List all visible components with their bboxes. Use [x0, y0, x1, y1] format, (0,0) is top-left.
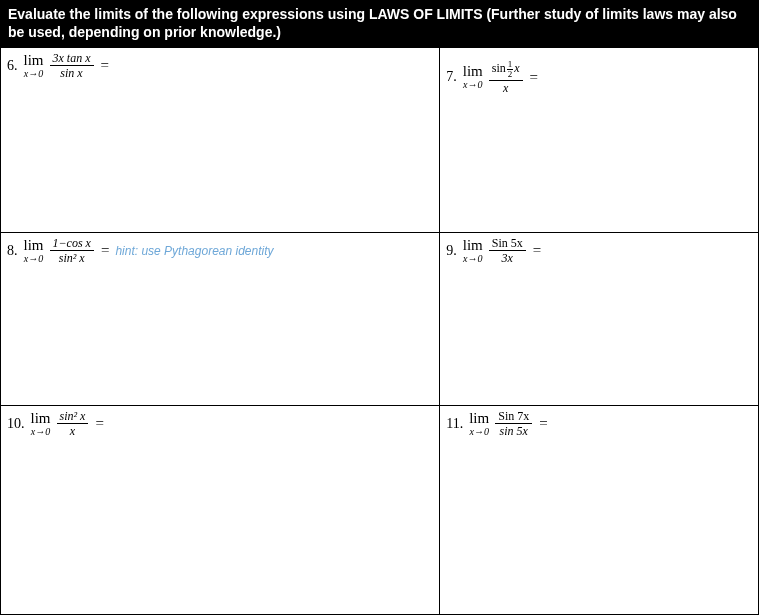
lim-approach: x→0	[469, 427, 488, 437]
half-de: 2	[507, 70, 514, 79]
lim-text: lim	[31, 411, 51, 426]
problem-number: 9.	[446, 243, 457, 259]
problem-8: 8. lim x→0 1−cos x sin² x = hint: use Py…	[7, 237, 433, 264]
numerator: 1−cos x	[50, 237, 94, 251]
one-half-fraction: 12	[507, 60, 514, 79]
numerator: sin12x	[489, 60, 523, 81]
limit-notation: lim x→0	[24, 53, 44, 79]
cell-problem-7: 7. lim x→0 sin12x x =	[440, 47, 759, 233]
fraction: sin12x x	[489, 60, 523, 94]
numerator: sin² x	[57, 410, 89, 424]
header-line1: Evaluate the limits of the following exp…	[8, 6, 737, 22]
numerator: 3x tan x	[50, 52, 94, 66]
denominator: x	[500, 81, 511, 94]
problem-number: 7.	[446, 69, 457, 85]
cell-problem-9: 9. lim x→0 Sin 5x 3x =	[440, 233, 759, 406]
lim-text: lim	[469, 411, 489, 426]
lim-text: lim	[463, 238, 483, 253]
cell-problem-10: 10. lim x→0 sin² x x =	[0, 406, 440, 615]
problem-7: 7. lim x→0 sin12x x =	[446, 60, 752, 94]
numerator: Sin 7x	[495, 410, 532, 424]
denominator: sin 5x	[497, 424, 531, 437]
problem-number: 11.	[446, 416, 463, 432]
fraction: 3x tan x sin x	[50, 52, 94, 79]
problem-10: 10. lim x→0 sin² x x =	[7, 410, 433, 437]
denominator: sin x	[57, 66, 85, 79]
equals-sign: =	[533, 242, 541, 259]
limit-notation: lim x→0	[469, 411, 489, 437]
hint-text: hint: use Pythagorean identity	[115, 244, 273, 258]
denominator: sin² x	[56, 251, 88, 264]
lim-approach: x→0	[24, 69, 43, 79]
limit-notation: lim x→0	[463, 64, 483, 90]
problem-11: 11. lim x→0 Sin 7x sin 5x =	[446, 410, 752, 437]
problem-number: 6.	[7, 58, 18, 74]
lim-approach: x→0	[463, 254, 482, 264]
cell-problem-6: 6. lim x→0 3x tan x sin x =	[0, 47, 440, 233]
limit-notation: lim x→0	[24, 238, 44, 264]
limit-notation: lim x→0	[31, 411, 51, 437]
cell-problem-11: 11. lim x→0 Sin 7x sin 5x =	[440, 406, 759, 615]
problem-number: 10.	[7, 416, 25, 432]
cell-problem-8: 8. lim x→0 1−cos x sin² x = hint: use Py…	[0, 233, 440, 406]
lim-text: lim	[463, 64, 483, 79]
equals-sign: =	[95, 415, 103, 432]
row-1: 6. lim x→0 3x tan x sin x = 7. lim x→0	[0, 47, 759, 233]
row-3: 10. lim x→0 sin² x x = 11. lim x→0	[0, 406, 759, 615]
fraction: 1−cos x sin² x	[50, 237, 94, 264]
equals-sign: =	[539, 415, 547, 432]
lim-text: lim	[24, 53, 44, 68]
equals-sign: =	[101, 242, 109, 259]
fraction: Sin 7x sin 5x	[495, 410, 532, 437]
problems-grid: 6. lim x→0 3x tan x sin x = 7. lim x→0	[0, 47, 759, 615]
problem-number: 8.	[7, 243, 18, 259]
lim-approach: x→0	[31, 427, 50, 437]
instructions-header: Evaluate the limits of the following exp…	[0, 0, 759, 47]
denominator: 3x	[499, 251, 516, 264]
fraction: Sin 5x 3x	[489, 237, 526, 264]
row-2: 8. lim x→0 1−cos x sin² x = hint: use Py…	[0, 233, 759, 406]
lim-approach: x→0	[463, 80, 482, 90]
lim-text: lim	[24, 238, 44, 253]
equals-sign: =	[530, 69, 538, 86]
denominator: x	[67, 424, 78, 437]
sin-label: sin	[492, 62, 506, 76]
problem-9: 9. lim x→0 Sin 5x 3x =	[446, 237, 752, 264]
problem-6: 6. lim x→0 3x tan x sin x =	[7, 52, 433, 79]
x-var: x	[514, 62, 519, 76]
limit-notation: lim x→0	[463, 238, 483, 264]
header-line2: be used, depending on prior knowledge.)	[8, 24, 281, 40]
fraction: sin² x x	[57, 410, 89, 437]
lim-approach: x→0	[24, 254, 43, 264]
equals-sign: =	[101, 57, 109, 74]
numerator: Sin 5x	[489, 237, 526, 251]
